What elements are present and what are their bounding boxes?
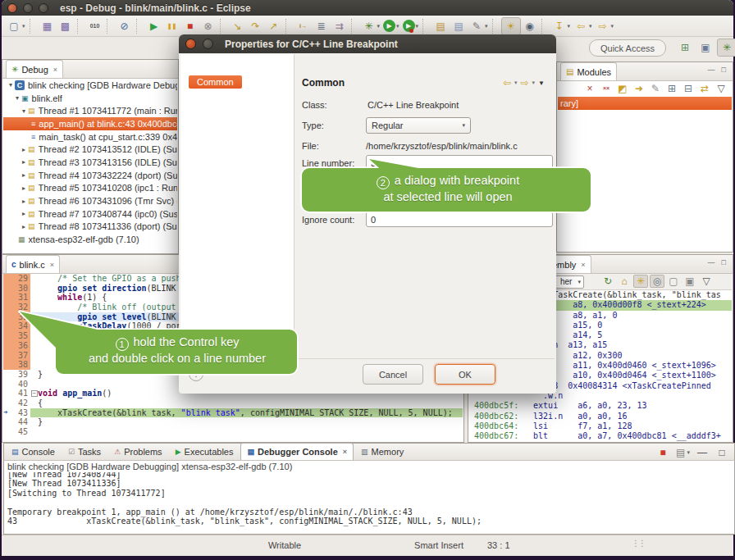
breakpoint-gutter[interactable]	[3, 312, 9, 322]
chevron-down-icon[interactable]: ▾	[396, 23, 399, 30]
breakpoint-gutter[interactable]	[3, 380, 9, 389]
modules-selected-row[interactable]: rary]	[558, 97, 732, 110]
link-view-icon[interactable]: ⇄	[697, 82, 712, 95]
breakpoint-gutter[interactable]	[3, 274, 9, 284]
chevron-down-icon[interactable]: ▾	[416, 23, 419, 30]
sync-active-context-icon[interactable]: ✳	[633, 275, 648, 288]
breakpoint-gutter[interactable]	[3, 303, 9, 312]
line-number[interactable]: 36	[9, 341, 30, 351]
back-arrow-icon[interactable]: ⇦	[503, 77, 511, 89]
view-menu-icon[interactable]: ▽	[714, 82, 728, 95]
minimize-console-icon[interactable]: —	[695, 446, 710, 459]
close-icon[interactable]: ×	[50, 261, 54, 269]
debug-icon[interactable]: ✳▾	[360, 18, 382, 34]
collapse-icon[interactable]: −	[31, 390, 38, 397]
new-icon[interactable]: ▢▾	[5, 18, 27, 34]
line-number-input[interactable]: 33	[366, 155, 553, 171]
editor-line[interactable]: 42{	[3, 398, 463, 408]
window-titlebar[interactable]: esp - Debug - blink/main/blink.c - Eclip…	[2, 0, 733, 16]
save-all-icon[interactable]: ▩	[57, 18, 75, 34]
external-tools-icon[interactable]: ▶▾	[401, 18, 421, 34]
line-number[interactable]: 33	[9, 312, 30, 322]
debug-tree-row[interactable]: ≡main_task() at cpu_start.c:339 0x400d0f…	[3, 130, 177, 143]
tab-modules[interactable]: ▤ Modules	[560, 62, 617, 80]
quick-access-button[interactable]: Quick Access	[589, 39, 666, 57]
line-number[interactable]: 34	[9, 321, 30, 331]
debug-tree-row[interactable]: ▸▤Thread #5 1073410208 (ipc1 : Running :…	[3, 182, 177, 195]
resume-icon[interactable]: ▶	[145, 18, 163, 34]
disassembly-line[interactable]: 400dbc62: l32i.n a0, a0, 16	[469, 412, 732, 421]
chevron-down-icon[interactable]: ▾	[377, 23, 381, 30]
line-number[interactable]: 38	[9, 360, 30, 370]
step-return-icon[interactable]: ↗	[265, 18, 283, 34]
breakpoint-gutter[interactable]	[3, 398, 9, 408]
step-over-icon[interactable]: ↷	[247, 18, 265, 34]
line-number[interactable]: 44	[9, 417, 30, 427]
tab-debugger-console[interactable]: ▤Debugger Console×	[240, 443, 354, 460]
refresh-icon[interactable]: ↻	[600, 275, 615, 288]
cpp-perspective-icon[interactable]: ▣	[696, 39, 714, 56]
debug-tree-row[interactable]: ▾▣blink.elf	[3, 92, 177, 105]
display-console-icon[interactable]: ▤▾	[675, 446, 690, 459]
line-number[interactable]: 30	[9, 284, 30, 294]
forward-arrow-icon[interactable]: ⇨	[521, 77, 529, 89]
debug-tree-row[interactable]: ▸▤Thread #7 1073408744 (ipc0) (Suspended…	[3, 207, 177, 221]
debug-tree-row[interactable]: ▸▤Thread #2 1073413512 (IDLE) (Suspended…	[3, 143, 177, 156]
line-number[interactable]: 29	[9, 274, 30, 284]
close-icon[interactable]: ×	[581, 261, 585, 269]
suspend-icon[interactable]: ❚❚	[163, 18, 181, 34]
step-into-icon[interactable]: ↘	[229, 18, 247, 34]
breakpoint-gutter[interactable]	[3, 389, 9, 398]
debug-perspective-icon[interactable]: ✳	[717, 39, 735, 57]
type-dropdown[interactable]: Regular ▾	[366, 117, 471, 134]
editor-line[interactable]: 45	[3, 427, 463, 437]
chevron-down-icon[interactable]: ▾	[611, 23, 614, 30]
expand-all-icon[interactable]: ⊞	[664, 82, 679, 95]
debug-tree-row[interactable]: ▦xtensa-esp32-elf-gdb (7.10)	[3, 233, 177, 246]
open-element-icon[interactable]: ▤	[431, 18, 450, 34]
add-module-icon[interactable]: ◩	[615, 82, 630, 95]
annotate-icon[interactable]: ✎▾	[468, 18, 490, 34]
breakpoint-gutter[interactable]	[3, 321, 9, 331]
editor-line[interactable]: ➜43 xTaskCreate(&blink_task, "blink_task…	[3, 408, 463, 418]
sidebar-item-common[interactable]: Common	[189, 75, 242, 89]
disassembly-line[interactable]: 400dbc67: blt a0, a7, 0x400dbc81 <__addd…	[469, 431, 732, 441]
breakpoint-gutter[interactable]	[3, 370, 9, 380]
line-number[interactable]: 40	[9, 380, 30, 389]
tree-expander-icon[interactable]: ▾	[13, 94, 21, 102]
skip-breakpoints-icon[interactable]: ⊘	[116, 18, 134, 34]
save-icon[interactable]: ▦	[39, 18, 57, 34]
dialog-minimize-button[interactable]	[203, 39, 213, 49]
show-source-icon[interactable]: ◎	[650, 275, 664, 288]
close-icon[interactable]: ×	[343, 448, 347, 456]
breakpoint-gutter[interactable]	[3, 341, 9, 351]
load-symbols-icon[interactable]: ➜	[632, 82, 646, 95]
breakpoint-gutter[interactable]	[3, 360, 9, 370]
ok-button[interactable]: OK	[435, 364, 495, 385]
breakpoint-gutter[interactable]	[3, 331, 9, 341]
tree-expander-icon[interactable]: ▸	[20, 146, 28, 153]
tab-tasks[interactable]: ☑Tasks	[62, 444, 107, 460]
help-button[interactable]: ?	[189, 367, 203, 381]
tab-executables[interactable]: ▶Executables	[170, 444, 240, 460]
terminate-icon[interactable]: ■	[181, 18, 199, 34]
maximize-console-icon[interactable]: □	[714, 446, 729, 459]
breakpoint-icon[interactable]: ➜	[3, 408, 9, 418]
view-menu-icon[interactable]: ▽	[699, 275, 714, 288]
remove-icon[interactable]: ×	[582, 82, 597, 95]
enabled-checkbox[interactable]: ✓	[302, 175, 313, 185]
line-number[interactable]: 39	[9, 370, 30, 380]
cancel-button[interactable]: Cancel	[363, 364, 423, 385]
minimize-icon[interactable]: —	[708, 66, 715, 74]
open-resource-icon[interactable]: ▤	[450, 18, 468, 34]
run-icon[interactable]: ▶▾	[381, 18, 401, 34]
tree-expander-icon[interactable]: ▸	[20, 223, 28, 230]
view-menu-icon[interactable]: ▼	[538, 80, 545, 87]
breakpoint-gutter[interactable]	[3, 427, 9, 437]
line-number[interactable]: 32	[9, 303, 30, 312]
debug-tree-row[interactable]: ▾Cblink checking [GDB Hardware Debugging…	[3, 79, 177, 92]
breakpoint-gutter[interactable]	[3, 417, 9, 427]
disassembly-line[interactable]: 400dbc5f: extui a6, a0, 23, 13	[469, 401, 732, 411]
tab-blink-c[interactable]: c blink.c ×	[6, 255, 60, 273]
chevron-down-icon[interactable]: ▾	[22, 23, 25, 30]
